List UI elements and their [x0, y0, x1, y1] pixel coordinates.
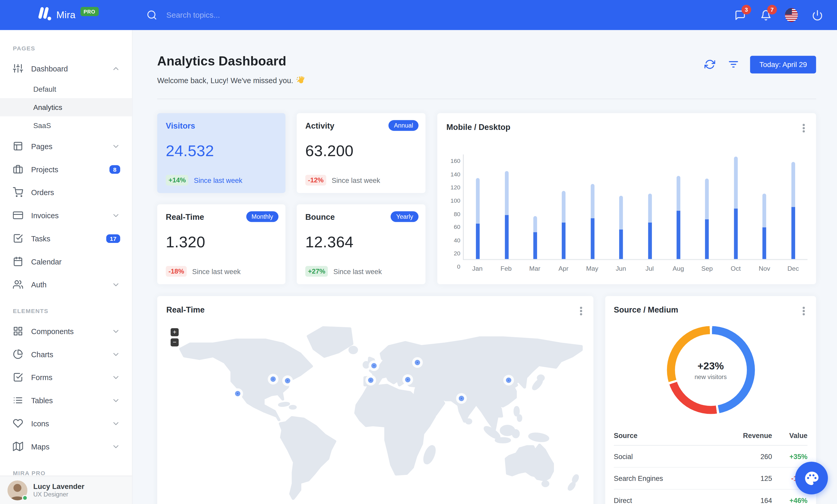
bar-jun: [619, 195, 623, 259]
page-title: Analytics Dashboard: [157, 54, 306, 69]
map-menu-button[interactable]: [576, 306, 586, 316]
stat-delta: +14%: [166, 175, 189, 186]
app-root: Mira PRO 3 7 PAGESDashboardDefaul: [0, 0, 837, 504]
brand[interactable]: Mira PRO: [0, 7, 132, 23]
page-subtitle: Welcome back, Lucy! We've missed you.: [157, 76, 306, 85]
search-input[interactable]: [166, 11, 327, 19]
map-marker-india[interactable]: [459, 395, 464, 401]
stat-value: 1.320: [166, 233, 277, 251]
sidebar-item-label: Calendar: [31, 257, 120, 266]
language-flag-button[interactable]: [785, 8, 798, 22]
palette-icon: [803, 470, 820, 486]
bar-mar: [533, 216, 537, 259]
x-label: Apr: [555, 265, 572, 273]
bar-jan: [476, 178, 480, 259]
sidebar-badge: 8: [109, 165, 120, 173]
sidebar-item-components[interactable]: Components: [0, 320, 132, 343]
filter-button[interactable]: [728, 59, 740, 70]
map-marker-spain[interactable]: [368, 377, 374, 383]
x-label: Jan: [469, 265, 485, 273]
sidebar-subitem-analytics[interactable]: Analytics: [0, 98, 132, 116]
sidebar-item-icons[interactable]: Icons: [0, 412, 132, 435]
chevron-down-icon: [111, 442, 120, 451]
user-name: Lucy Lavender: [33, 482, 85, 491]
theme-settings-fab[interactable]: [795, 462, 828, 494]
bar-chart-plot: [463, 154, 807, 260]
x-label: Jun: [613, 265, 629, 273]
stat-value: 63.200: [305, 142, 417, 160]
stat-period-badge[interactable]: Monthly: [246, 211, 279, 222]
donut-chart: +23% new visitors: [667, 326, 755, 414]
sidebar-item-calendar[interactable]: Calendar: [0, 250, 132, 273]
source-menu-button[interactable]: [799, 306, 808, 316]
stat-delta: -18%: [166, 266, 187, 277]
sidebar-item-label: Pages: [31, 142, 112, 150]
stat-card-bounce: BounceYearly12.364+27%Since last week: [297, 204, 425, 284]
zoom-in-button[interactable]: +: [171, 328, 179, 336]
pro-badge: PRO: [80, 7, 99, 16]
x-label: Mar: [527, 265, 543, 273]
stat-period-badge[interactable]: Yearly: [391, 211, 418, 222]
bar-sep: [705, 179, 709, 259]
chart-menu-button[interactable]: [799, 123, 808, 133]
chevron-down-icon: [111, 419, 120, 428]
stat-note: Since last week: [332, 176, 380, 184]
main-content: Analytics Dashboard Welcome back, Lucy! …: [132, 30, 837, 504]
bar-may: [591, 184, 594, 259]
sidebar-item-projects[interactable]: Projects8: [0, 158, 132, 181]
sidebar-item-label: Forms: [31, 373, 112, 381]
user-role: UX Designer: [33, 491, 85, 498]
sidebar-item-orders[interactable]: Orders: [0, 181, 132, 204]
x-axis-labels: JanFebMarAprMayJunJulAugSepOctNovDec: [463, 265, 807, 273]
stat-card-activity: ActivityAnnual63.200-12%Since last week: [297, 113, 425, 193]
sidebar-item-tables[interactable]: Tables: [0, 389, 132, 412]
sidebar-item-label: Dashboard: [31, 64, 112, 73]
sidebar-item-pages[interactable]: Pages: [0, 135, 132, 158]
sidebar-item-label: Components: [31, 327, 112, 335]
sidebar-item-maps[interactable]: Maps: [0, 435, 132, 458]
stat-note: Since last week: [194, 176, 242, 184]
sidebar-item-tasks[interactable]: Tasks17: [0, 227, 132, 250]
messages-button[interactable]: 3: [733, 8, 747, 22]
refresh-button[interactable]: [704, 59, 716, 70]
shopping-cart-icon: [13, 187, 23, 197]
check-square-icon: [13, 233, 23, 243]
brand-name: Mira: [56, 10, 76, 20]
sign-out-button[interactable]: [811, 8, 824, 22]
sidebar-item-invoices[interactable]: Invoices: [0, 204, 132, 227]
date-range-button[interactable]: Today: April 29: [750, 56, 816, 74]
briefcase-icon: [13, 164, 23, 174]
sidebar-item-forms[interactable]: Forms: [0, 366, 132, 389]
stat-period-badge[interactable]: Annual: [389, 120, 418, 131]
user-profile[interactable]: Lucy Lavender UX Designer: [0, 476, 132, 504]
map-marker-united-kingdom[interactable]: [371, 363, 377, 369]
bar-jul: [648, 193, 652, 259]
map-marker-chicago[interactable]: [271, 377, 276, 382]
map-marker-turkey[interactable]: [405, 377, 411, 382]
notifications-button[interactable]: 7: [759, 8, 772, 22]
sidebar-item-label: Maps: [31, 442, 112, 451]
filter-icon: [728, 59, 739, 69]
map-marker-california[interactable]: [235, 391, 241, 397]
map-marker-new-york[interactable]: [285, 378, 290, 384]
users-icon: [13, 279, 23, 290]
donut-center: +23% new visitors: [667, 326, 755, 414]
sidebar-item-charts[interactable]: Charts: [0, 343, 132, 366]
sidebar-item-auth[interactable]: Auth: [0, 273, 132, 296]
check-square-icon: [13, 372, 23, 382]
sidebar-item-dashboard[interactable]: Dashboard: [0, 57, 132, 80]
x-label: Sep: [699, 265, 715, 273]
source-row-social: Social260+35%: [614, 446, 807, 468]
sidebar-section-elements: ELEMENTS: [0, 296, 132, 320]
x-label: Oct: [728, 265, 744, 273]
zoom-out-button[interactable]: −: [171, 338, 179, 346]
sidebar-item-label: Charts: [31, 350, 112, 358]
map-marker-russia[interactable]: [415, 359, 420, 365]
sidebar-subitem-default[interactable]: Default: [0, 80, 132, 98]
avatar: [7, 480, 27, 500]
chevron-down-icon: [111, 327, 120, 335]
refresh-icon: [705, 59, 715, 69]
stat-delta: -12%: [305, 175, 326, 186]
sidebar-subitem-saas[interactable]: SaaS: [0, 116, 132, 135]
map-marker-china[interactable]: [506, 377, 512, 383]
